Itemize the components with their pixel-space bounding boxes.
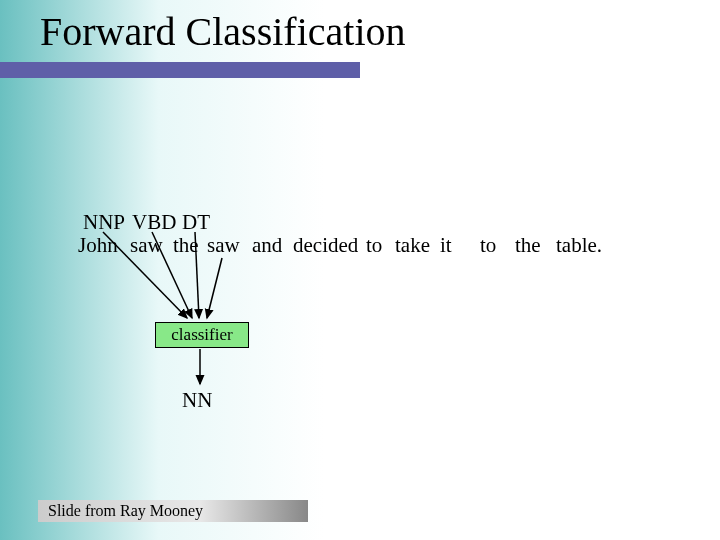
pos-tag-2: VBD <box>132 210 176 235</box>
arrows-svg <box>0 0 720 540</box>
word-to-2: to <box>480 233 496 258</box>
word-it: it <box>440 233 452 258</box>
word-john: John <box>78 233 118 258</box>
title-underline-bar <box>0 62 360 78</box>
classifier-box: classifier <box>155 322 249 348</box>
word-to-1: to <box>366 233 382 258</box>
word-saw-1: saw <box>130 233 163 258</box>
word-and: and <box>252 233 282 258</box>
pos-tag-3: DT <box>182 210 210 235</box>
slide-footer: Slide from Ray Mooney <box>38 500 308 522</box>
slide-title: Forward Classification <box>40 8 406 55</box>
word-decided: decided <box>293 233 358 258</box>
word-the-1: the <box>173 233 199 258</box>
word-take: take <box>395 233 430 258</box>
word-table: table. <box>556 233 602 258</box>
word-saw-2: saw <box>207 233 240 258</box>
svg-line-3 <box>207 258 222 318</box>
word-the-2: the <box>515 233 541 258</box>
output-tag: NN <box>182 388 212 413</box>
pos-tag-1: NNP <box>83 210 125 235</box>
